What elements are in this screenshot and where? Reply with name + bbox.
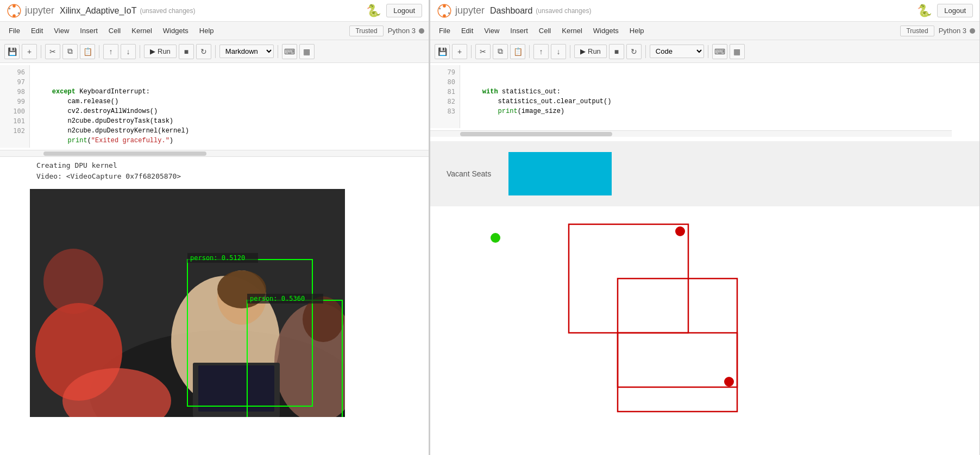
left-hscroll[interactable] <box>0 150 429 156</box>
right-line-numbers: 79 80 81 82 83 <box>430 65 460 128</box>
add-cell-button-right[interactable]: + <box>452 44 467 59</box>
run-label-left: Run <box>158 47 171 55</box>
run-button-left[interactable]: ▶ Run <box>144 45 177 58</box>
left-trusted-button[interactable]: Trusted <box>349 26 383 36</box>
move-up-button-left[interactable]: ↑ <box>103 44 118 59</box>
add-cell-button-left[interactable]: + <box>22 44 37 59</box>
right-notebook-title[interactable]: Dashboard <box>490 6 532 16</box>
vacant-seats-indicator <box>508 152 612 195</box>
jupyter-logo-icon-right <box>437 3 452 18</box>
cut-button-left[interactable]: ✂ <box>45 44 60 59</box>
copy-button-left[interactable]: ⧉ <box>62 44 78 59</box>
left-menu-file[interactable]: File <box>4 24 24 37</box>
left-unsaved-label: (unsaved changes) <box>140 7 195 15</box>
move-up-button-right[interactable]: ↑ <box>533 44 549 59</box>
toolbar-sep-4 <box>215 45 216 58</box>
copy-button-right[interactable]: ⧉ <box>493 44 508 59</box>
right-menu-insert[interactable]: Insert <box>506 24 532 37</box>
left-menu-widgets[interactable]: Widgets <box>159 24 193 37</box>
right-kernel-dot <box>970 28 975 34</box>
left-menu-help[interactable]: Help <box>195 24 218 37</box>
left-python-icon: 🐍 <box>366 4 381 18</box>
right-hscroll[interactable] <box>430 130 952 137</box>
svg-text:person: 0.5120: person: 0.5120 <box>190 254 245 262</box>
occupied-dot-1 <box>675 226 685 236</box>
left-toolbar: 💾 + ✂ ⧉ 📋 ↑ ↓ ▶ Run ■ ↻ Markdown Code Ra… <box>0 40 429 63</box>
left-kernel-dot <box>419 28 424 34</box>
right-menu-edit[interactable]: Edit <box>457 24 478 37</box>
right-toolbar-sep-5 <box>708 45 708 58</box>
toolbar-sep-1 <box>41 45 41 58</box>
stop-button-right[interactable]: ■ <box>609 44 624 59</box>
right-menu-widgets[interactable]: Widgets <box>589 24 623 37</box>
svg-point-27 <box>448 12 450 14</box>
right-jupyter-text: jupyter <box>455 5 485 16</box>
floorplan-container <box>430 211 979 430</box>
paste-button-right[interactable]: 📋 <box>510 44 525 59</box>
run-label-right: Run <box>588 47 601 55</box>
right-menu-help[interactable]: Help <box>625 24 649 37</box>
left-jupyter-logo: jupyter <box>7 3 54 18</box>
right-trusted-button[interactable]: Trusted <box>900 26 934 36</box>
right-unsaved-label: (unsaved changes) <box>536 7 591 15</box>
right-header-right: 🐍 Logout <box>917 4 973 18</box>
right-toolbar-sep-4 <box>645 45 646 58</box>
restart-button-left[interactable]: ↻ <box>196 44 211 59</box>
cell-type-select-right[interactable]: Code Markdown Raw <box>650 45 704 58</box>
right-hscroll-thumb <box>460 132 612 136</box>
left-menu-insert[interactable]: Insert <box>76 24 102 37</box>
right-toolbar-sep-3 <box>570 45 570 58</box>
left-code-content[interactable]: except KeyboardInterrupt: cam.release() … <box>30 65 429 148</box>
right-toolbar-sep-1 <box>471 45 472 58</box>
chart-button-right[interactable]: ▦ <box>730 44 745 59</box>
video-canvas: person: 0.5120 person: 0.5360 <box>30 189 345 417</box>
paste-button-left[interactable]: 📋 <box>80 44 95 59</box>
occupied-dot-2 <box>724 377 734 387</box>
move-down-button-right[interactable]: ↓ <box>551 44 566 59</box>
left-menu-kernel[interactable]: Kernel <box>127 24 156 37</box>
seat-rect-3 <box>618 333 737 412</box>
run-icon-left: ▶ <box>150 47 155 55</box>
right-python-badge: Python 3 <box>939 27 975 35</box>
right-menu-view[interactable]: View <box>480 24 504 37</box>
left-output-area: Creating DPU kernel Video: <VideoCapture… <box>0 156 429 185</box>
left-logout-button[interactable]: Logout <box>386 4 422 17</box>
right-logout-button[interactable]: Logout <box>937 4 973 17</box>
cut-button-right[interactable]: ✂ <box>475 44 491 59</box>
left-notebook-title[interactable]: Xilinx_Adaptive_IoT <box>60 6 136 16</box>
left-menu-view[interactable]: View <box>49 24 73 37</box>
right-toolbar: 💾 + ✂ ⧉ 📋 ↑ ↓ ▶ Run ■ ↻ Code Markdown Ra… <box>430 40 979 63</box>
code-cell-left: 96 97 98 99 100 101 102 except KeyboardI… <box>0 63 429 150</box>
right-menu-kernel[interactable]: Kernel <box>557 24 587 37</box>
svg-rect-15 <box>198 365 274 412</box>
vacant-dot <box>491 233 500 243</box>
floorplan-svg <box>452 222 778 417</box>
left-menu-cell[interactable]: Cell <box>104 24 125 37</box>
svg-point-3 <box>9 8 10 9</box>
left-hscroll-thumb <box>43 151 206 156</box>
left-output-line2: Video: <VideoCapture 0x7f68205870> <box>30 171 429 182</box>
run-icon-right: ▶ <box>580 47 586 55</box>
move-down-button-left[interactable]: ↓ <box>121 44 136 59</box>
restart-button-right[interactable]: ↻ <box>626 44 642 59</box>
run-button-right[interactable]: ▶ Run <box>574 45 607 58</box>
right-panel: jupyter Dashboard (unsaved changes) 🐍 Lo… <box>430 0 980 455</box>
right-python-icon: 🐍 <box>917 4 932 18</box>
svg-point-26 <box>439 8 441 9</box>
toolbar-sep-3 <box>140 45 140 58</box>
keyboard-button-left[interactable]: ⌨ <box>282 44 297 59</box>
left-jupyter-text: jupyter <box>25 5 54 16</box>
chart-button-left[interactable]: ▦ <box>299 44 315 59</box>
right-menu-cell[interactable]: Cell <box>535 24 555 37</box>
save-button-left[interactable]: 💾 <box>4 44 20 59</box>
cell-type-select-left[interactable]: Markdown Code Raw <box>219 45 274 58</box>
left-header: jupyter Xilinx_Adaptive_IoT (unsaved cha… <box>0 0 429 22</box>
save-button-right[interactable]: 💾 <box>435 44 450 59</box>
right-menu-file[interactable]: File <box>435 24 455 37</box>
right-code-content[interactable]: with statistics_out: statistics_out.clea… <box>460 65 979 128</box>
stop-button-left[interactable]: ■ <box>179 44 194 59</box>
vacant-seats-area: Vacant Seats <box>430 141 979 206</box>
keyboard-button-right[interactable]: ⌨ <box>712 44 727 59</box>
left-menu-edit[interactable]: Edit <box>27 24 47 37</box>
vacant-seats-label: Vacant Seats <box>447 169 495 178</box>
